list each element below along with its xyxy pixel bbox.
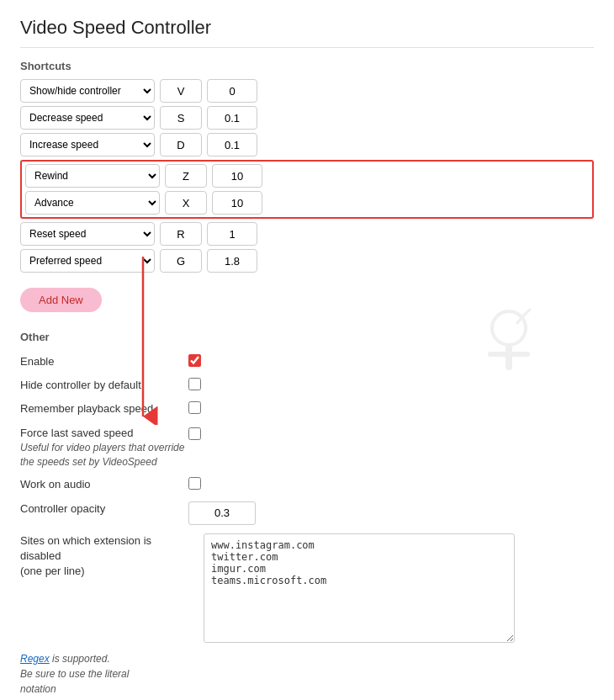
sites-sublabel: (one per line) bbox=[20, 564, 188, 579]
sites-label: Sites on which extension is disabled bbox=[20, 533, 188, 564]
shortcut-val-5[interactable] bbox=[207, 222, 257, 246]
disabled-sites-textarea[interactable]: www.instagram.com twitter.com imgur.com … bbox=[204, 533, 515, 643]
shortcut-key-6[interactable] bbox=[160, 249, 202, 273]
shortcut-row-6: Show/hide controller Decrease speed Incr… bbox=[20, 249, 594, 273]
page-title: Video Speed Controller bbox=[20, 17, 594, 48]
shortcut-val-4[interactable] bbox=[212, 191, 262, 215]
remember-checkbox[interactable] bbox=[188, 401, 201, 414]
opacity-input[interactable] bbox=[188, 501, 256, 525]
shortcuts-label: Shortcuts bbox=[20, 60, 594, 72]
force-control bbox=[188, 426, 201, 440]
other-row-remember: Remember playback speed bbox=[20, 397, 594, 421]
shortcut-row-3: Show/hide controller Decrease speed Incr… bbox=[25, 164, 589, 188]
shortcuts-table: Show/hide controller Decrease speed Incr… bbox=[20, 79, 594, 273]
shortcut-action-select-4[interactable]: Show/hide controller Decrease speed Incr… bbox=[25, 191, 160, 215]
shortcut-key-4[interactable] bbox=[165, 191, 207, 215]
shortcuts-section: Shortcuts Show/hide controller Decrease … bbox=[20, 60, 594, 327]
shortcut-row-4: Show/hide controller Decrease speed Incr… bbox=[25, 191, 589, 215]
shortcut-action-select-2[interactable]: Show/hide controller Decrease speed Incr… bbox=[20, 133, 155, 156]
other-row-hide: Hide controller by default bbox=[20, 374, 594, 397]
shortcut-action-select-6[interactable]: Show/hide controller Decrease speed Incr… bbox=[20, 249, 155, 273]
shortcut-key-5[interactable] bbox=[160, 222, 202, 246]
shortcut-val-6[interactable] bbox=[207, 249, 257, 273]
add-new-button[interactable]: Add New bbox=[20, 288, 102, 312]
enable-control bbox=[188, 354, 201, 367]
force-note: Useful for video players that override t… bbox=[20, 441, 188, 469]
force-label-container: Force last saved speed Useful for video … bbox=[20, 426, 188, 469]
sites-control: www.instagram.com twitter.com imgur.com … bbox=[204, 533, 515, 643]
opacity-control bbox=[188, 501, 256, 525]
shortcut-val-1[interactable] bbox=[207, 106, 257, 130]
shortcut-key-3[interactable] bbox=[165, 164, 207, 188]
opacity-label: Controller opacity bbox=[20, 501, 188, 517]
hide-label: Hide controller by default bbox=[20, 378, 188, 393]
other-row-force: Force last saved speed Useful for video … bbox=[20, 422, 594, 474]
sites-label-container: Sites on which extension is disabled (on… bbox=[20, 533, 188, 580]
other-row-regex: Regex is supported. Be sure to use the l… bbox=[20, 647, 594, 700]
shortcut-row-0: Show/hide controller Decrease speed Incr… bbox=[20, 79, 594, 103]
audio-checkbox[interactable] bbox=[188, 477, 201, 490]
other-label: Other bbox=[20, 331, 594, 343]
other-row-opacity: Controller opacity bbox=[20, 497, 594, 529]
shortcut-key-2[interactable] bbox=[160, 133, 202, 156]
shortcut-row-2: Show/hide controller Decrease speed Incr… bbox=[20, 133, 594, 156]
shortcut-action-select-1[interactable]: Show/hide controller Decrease speed Incr… bbox=[20, 106, 155, 130]
shortcut-row-5: Show/hide controller Decrease speed Incr… bbox=[20, 222, 594, 246]
highlighted-rows: Show/hide controller Decrease speed Incr… bbox=[20, 160, 594, 219]
regex-note: Regex is supported. Be sure to use the l… bbox=[20, 651, 146, 700]
enable-checkbox[interactable] bbox=[188, 354, 201, 367]
other-section: Other Enable Hide controller by default … bbox=[20, 331, 594, 700]
audio-control bbox=[188, 477, 201, 490]
shortcut-action-select-5[interactable]: Show/hide controller Decrease speed Incr… bbox=[20, 222, 155, 246]
enable-label: Enable bbox=[20, 354, 188, 369]
shortcut-val-0[interactable] bbox=[207, 79, 257, 103]
shortcut-val-2[interactable] bbox=[207, 133, 257, 156]
force-label: Force last saved speed bbox=[20, 426, 188, 441]
hide-control bbox=[188, 378, 201, 390]
other-row-sites: Sites on which extension is disabled (on… bbox=[20, 529, 594, 647]
other-row-audio: Work on audio bbox=[20, 473, 594, 496]
remember-label: Remember playback speed bbox=[20, 401, 188, 416]
shortcut-row-1: Show/hide controller Decrease speed Incr… bbox=[20, 106, 594, 130]
shortcut-action-select-3[interactable]: Show/hide controller Decrease speed Incr… bbox=[25, 164, 160, 188]
audio-label: Work on audio bbox=[20, 477, 188, 492]
shortcut-key-1[interactable] bbox=[160, 106, 202, 130]
shortcut-key-0[interactable] bbox=[160, 79, 202, 103]
shortcut-val-3[interactable] bbox=[212, 164, 262, 188]
hide-checkbox[interactable] bbox=[188, 378, 201, 390]
force-checkbox[interactable] bbox=[188, 427, 201, 440]
regex-link[interactable]: Regex bbox=[20, 653, 50, 665]
other-row-enable: Enable bbox=[20, 350, 594, 374]
remember-control bbox=[188, 401, 201, 414]
shortcut-action-select-0[interactable]: Show/hide controller Decrease speed Incr… bbox=[20, 79, 155, 103]
